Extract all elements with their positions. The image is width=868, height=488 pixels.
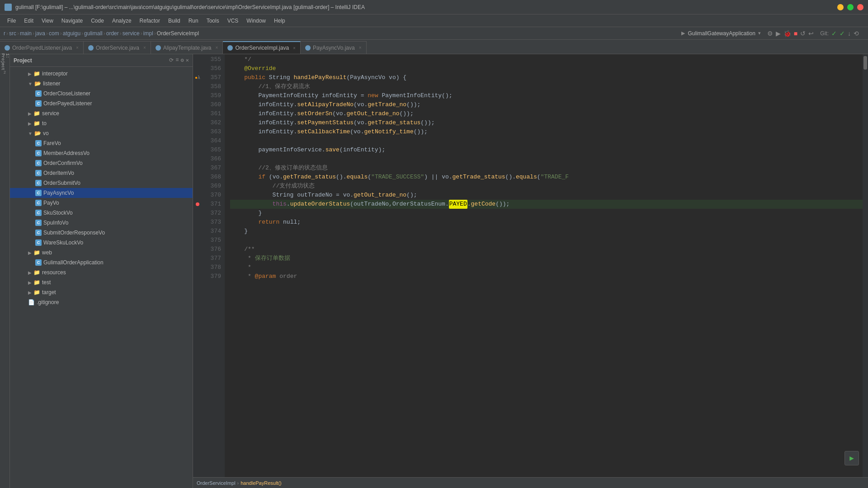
- git-history-icon[interactable]: ⟲: [854, 30, 859, 37]
- vtab-2[interactable]: 2: [1, 69, 9, 77]
- menu-view[interactable]: View: [38, 16, 57, 25]
- menu-help[interactable]: Help: [270, 16, 289, 25]
- run-config-name[interactable]: GulimallGatewayApplication: [688, 30, 755, 37]
- tree-item-to[interactable]: ▶ 📁 to: [10, 118, 193, 128]
- menu-run[interactable]: Run: [185, 16, 202, 25]
- tab-order-service[interactable]: OrderService.java ×: [84, 41, 151, 54]
- tree-item-sku-stock-vo[interactable]: C SkuStockVo: [10, 208, 193, 218]
- menu-window[interactable]: Window: [243, 16, 269, 25]
- tree-item-target[interactable]: ▶ 📁 target: [10, 287, 193, 297]
- tab-close-order-payed-listener[interactable]: ×: [76, 45, 79, 50]
- file-icon-order-item-vo: C: [35, 170, 42, 176]
- tree-item-spu-info-vo[interactable]: C SpuInfoVo: [10, 218, 193, 228]
- menu-tools[interactable]: Tools: [203, 16, 223, 25]
- menu-code[interactable]: Code: [87, 16, 108, 25]
- stop-icon[interactable]: ■: [794, 30, 797, 37]
- tab-label-pay-async-vo: PayAsyncVo.java: [313, 45, 355, 51]
- sync-icon[interactable]: ⟳: [169, 57, 174, 64]
- menu-file[interactable]: File: [4, 16, 19, 25]
- tree-item-gitignore[interactable]: 📄 .gitignore: [10, 297, 193, 307]
- menu-analyze[interactable]: Analyze: [108, 16, 135, 25]
- code-line-371: this.updateOrderStatus(outTradeNo,OrderS…: [230, 200, 863, 209]
- tree-item-fare-vo[interactable]: C FareVo: [10, 138, 193, 148]
- git-push-icon[interactable]: ✓: [840, 30, 845, 37]
- breadcrumb-atguigu[interactable]: atguigu: [63, 30, 80, 37]
- linenum-369: 369: [202, 182, 221, 191]
- code-content[interactable]: */ @Override public String handlePayResu…: [225, 54, 863, 477]
- tree-item-order-submit-vo[interactable]: C OrderSubmitVo: [10, 178, 193, 188]
- tree-item-submit-order-response-vo[interactable]: C SubmitOrderResponseVo: [10, 228, 193, 238]
- tree-label-member-address-vo: MemberAddressVo: [43, 150, 90, 156]
- menu-edit[interactable]: Edit: [20, 16, 37, 25]
- sidebar-icons[interactable]: ⟳ ≡ ⚙ ✕: [169, 57, 189, 64]
- right-scrollbar[interactable]: [863, 54, 868, 477]
- tab-close-order-service-impl[interactable]: ×: [293, 46, 296, 51]
- refresh-icon[interactable]: ↺: [800, 30, 806, 37]
- vtab-project[interactable]: 1: Project: [1, 58, 9, 66]
- gutter-369: [193, 182, 202, 191]
- tree-item-gulimall-order-app[interactable]: C GulimallOrderApplication: [10, 258, 193, 267]
- tree-item-order-confirm-vo[interactable]: C OrderConfirmVo: [10, 158, 193, 168]
- breadcrumb-gulimall[interactable]: gulimall: [84, 30, 103, 37]
- breadcrumb-java[interactable]: java: [35, 30, 45, 37]
- tree-item-service[interactable]: ▶ 📁 service: [10, 108, 193, 118]
- menu-refactor[interactable]: Refactor: [136, 16, 164, 25]
- breadcrumb-impl[interactable]: impl: [143, 30, 153, 37]
- undo-icon[interactable]: ↩: [808, 30, 814, 37]
- tree-item-web[interactable]: ▶ 📁 web: [10, 248, 193, 258]
- breadcrumb-main[interactable]: main: [20, 30, 32, 37]
- tree-item-order-item-vo[interactable]: C OrderItemVo: [10, 168, 193, 178]
- linenum-355: 355: [202, 55, 221, 64]
- tab-label-order-service: OrderService.java: [96, 45, 139, 51]
- menu-vcs[interactable]: VCS: [224, 16, 242, 25]
- scroll-thumb[interactable]: [863, 56, 867, 70]
- breadcrumb-com[interactable]: com: [49, 30, 59, 37]
- tree-item-vo[interactable]: ▼ 📂 vo: [10, 128, 193, 138]
- tree-item-pay-async-vo[interactable]: C PayAsyncVo: [10, 188, 193, 198]
- tree-item-test[interactable]: ▶ 📁 test: [10, 277, 193, 287]
- tree-label-order-confirm-vo: OrderConfirmVo: [43, 160, 83, 166]
- tab-close-alipay-template[interactable]: ×: [216, 45, 218, 50]
- tree-item-pay-vo[interactable]: C PayVo: [10, 198, 193, 208]
- tree-item-ware-sku-lock-vo[interactable]: C WareSkuLockVo: [10, 238, 193, 248]
- tree-label-gitignore: .gitignore: [37, 299, 59, 305]
- tab-order-service-impl[interactable]: OrderServiceImpl.java ×: [223, 41, 301, 54]
- git-pull-icon[interactable]: ↓: [848, 30, 851, 37]
- git-check-icon[interactable]: ✓: [831, 30, 837, 37]
- menu-bar: File Edit View Navigate Code Analyze Ref…: [0, 14, 868, 27]
- tab-close-pay-async-vo[interactable]: ×: [359, 45, 362, 50]
- tree-item-listener[interactable]: ▼ 📂 listener: [10, 79, 193, 89]
- build-icon[interactable]: ⚙: [767, 30, 773, 37]
- hide-sidebar-icon[interactable]: ✕: [186, 57, 189, 64]
- menu-navigate[interactable]: Navigate: [58, 16, 86, 25]
- breadcrumb-service[interactable]: service: [123, 30, 140, 37]
- debug-icon[interactable]: 🐞: [783, 30, 791, 37]
- tab-alipay-template[interactable]: AlipayTemplate.java ×: [151, 41, 223, 54]
- close-button[interactable]: [857, 4, 863, 10]
- tree-item-interceptor[interactable]: ▶ 📁 interceptor: [10, 69, 193, 79]
- tab-order-payed-listener[interactable]: OrderPayedListener.java ×: [0, 41, 84, 54]
- gutter-355: [193, 55, 202, 64]
- tree-arrow-to: ▶: [28, 121, 32, 126]
- file-icon-ware-sku-lock-vo: C: [35, 239, 42, 246]
- window-controls[interactable]: [837, 4, 863, 10]
- run-icon[interactable]: ▶: [776, 30, 781, 37]
- tree-item-order-payed-listener[interactable]: C OrderPayedListener: [10, 99, 193, 108]
- maximize-button[interactable]: [847, 4, 854, 10]
- collapse-icon[interactable]: ≡: [175, 57, 179, 64]
- tab-close-order-service[interactable]: ×: [143, 45, 146, 50]
- breadcrumb-order[interactable]: order: [106, 30, 119, 37]
- tab-pay-async-vo[interactable]: PayAsyncVo.java ×: [301, 41, 367, 54]
- settings-icon[interactable]: ⚙: [181, 57, 184, 64]
- tree-item-order-close-listener[interactable]: C OrderCloseListener: [10, 89, 193, 99]
- breadcrumb-r[interactable]: r: [4, 30, 5, 37]
- minimize-button[interactable]: [837, 4, 844, 10]
- tree-arrow-interceptor: ▶: [28, 71, 32, 76]
- gutter-377: [193, 254, 202, 263]
- menu-build[interactable]: Build: [165, 16, 184, 25]
- tree-item-member-address-vo[interactable]: C MemberAddressVo: [10, 148, 193, 158]
- gutter-357: ● λ: [193, 73, 202, 82]
- breadcrumb-src[interactable]: src: [9, 30, 16, 37]
- run-config-dropdown[interactable]: ▾: [758, 30, 761, 36]
- tree-item-resources[interactable]: ▶ 📁 resources: [10, 267, 193, 277]
